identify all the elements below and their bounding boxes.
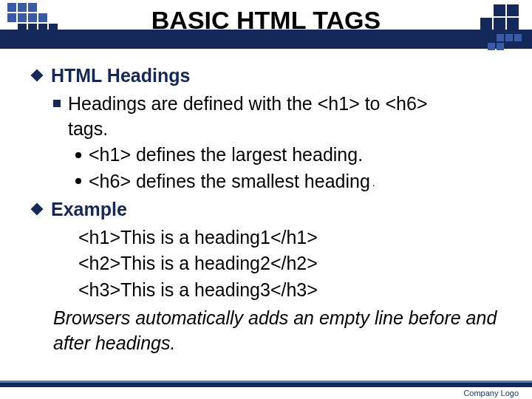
disc-bullet-icon — [75, 152, 81, 158]
section-heading-1: HTML Headings — [33, 64, 499, 89]
decor-squares-right-mid — [488, 34, 522, 50]
footer-divider — [0, 383, 532, 387]
slide-body: HTML Headings Headings are defined with … — [0, 53, 532, 355]
note-text: Browsers automatically adds an empty lin… — [53, 306, 499, 356]
square-bullet-icon — [53, 100, 61, 107]
subbullet-2: <h6> defines the smallest heading — [89, 171, 370, 191]
section-heading-2: Example — [33, 197, 499, 222]
bullet-text-line-b: tags. — [68, 117, 499, 142]
subbullet-1: <h1> defines the largest heading. — [89, 144, 363, 165]
bullet-level-1: Headings are defined with the <h1> to <h… — [53, 92, 499, 117]
slide-title: BASIC HTML TAGS — [0, 6, 532, 35]
footer-logo-text: Company Logo — [463, 389, 519, 398]
code-line-2: <h2>This is a heading2</h2> — [78, 251, 499, 276]
slide-header: BASIC HTML TAGS — [0, 0, 532, 53]
diamond-bullet-icon — [31, 203, 44, 216]
code-line-1: <h1>This is a heading1</h1> — [78, 225, 499, 250]
section-heading-2-text: Example — [51, 199, 127, 219]
section-heading-1-text: HTML Headings — [51, 65, 190, 86]
bullet-level-2: <h1> defines the largest heading. — [75, 143, 499, 168]
bullet-level-2: <h6> defines the smallest heading. — [75, 169, 499, 194]
code-line-3: <h3>This is a heading3</h3> — [78, 278, 499, 303]
disc-bullet-icon — [75, 178, 81, 184]
diamond-bullet-icon — [31, 69, 44, 82]
bullet-text-line-a: Headings are defined with the <h1> to <h… — [68, 93, 427, 114]
